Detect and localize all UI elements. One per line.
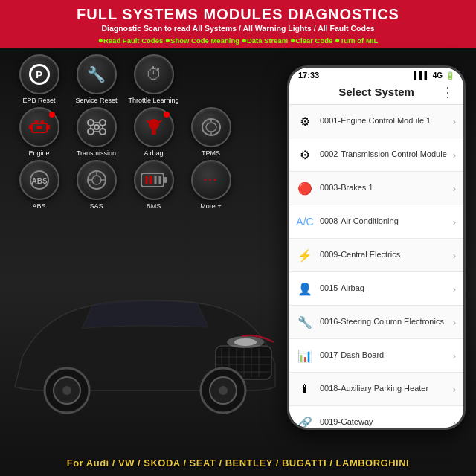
list-item-text-4: 0009-Central Electrics: [320, 250, 448, 260]
epb-reset-item[interactable]: P EPB Reset: [15, 54, 63, 104]
phone-header-title: Select System: [338, 86, 414, 98]
feature-3: Data Stream: [247, 36, 290, 45]
list-item-text-8: 0018-Auxiliary Parking Heater: [320, 384, 448, 394]
sas-icon: [86, 170, 108, 190]
phone-time: 17:33: [298, 71, 319, 80]
engine-alert-dot: [49, 112, 55, 118]
svg-text:ABS: ABS: [31, 177, 47, 185]
service-reset-label: Service Reset: [75, 97, 117, 104]
list-item[interactable]: A/C 0008-Air Conditioning ›: [289, 205, 463, 239]
list-item[interactable]: 📊 0017-Dash Board ›: [289, 339, 463, 373]
list-item[interactable]: 🔗 0019-Gateway ›: [289, 406, 463, 428]
phone-status-bar: 17:33 ▌▌▌ 4G 🔋: [289, 68, 463, 81]
svg-rect-21: [29, 125, 32, 129]
airbag-icon-circle: [134, 107, 174, 147]
phone-network: 4G: [433, 71, 443, 80]
list-item-icon-2: 🔴: [295, 178, 315, 198]
brand-footer-text: For Audi / VW / SKODA / SEAT / BENTLEY /…: [0, 457, 476, 469]
svg-point-27: [100, 129, 106, 135]
subtitle: Diagnostic Scan to read All Systems / Al…: [3, 24, 473, 33]
svg-point-24: [88, 120, 94, 126]
engine-icon: [29, 119, 50, 135]
airbag-icon: [144, 117, 164, 138]
list-item[interactable]: ⚙ 0001-Engine Control Module 1 ›: [289, 105, 463, 138]
list-item-icon-1: ⚙: [295, 145, 315, 164]
svg-point-33: [149, 119, 159, 129]
tpms-icon: [201, 118, 222, 137]
chevron-icon-4: ›: [453, 250, 456, 261]
list-item[interactable]: 🌡 0018-Auxiliary Parking Heater ›: [289, 373, 463, 406]
phone-signal: ▌▌▌: [414, 71, 429, 80]
feature-5: Turn of MIL: [340, 36, 378, 45]
svg-rect-23: [36, 126, 42, 129]
tpms-icon-circle: [191, 107, 231, 147]
list-item[interactable]: 🔧 0016-Steering Column Electronics ›: [289, 306, 463, 339]
bms-label: BMS: [147, 202, 161, 210]
chevron-icon-1: ›: [453, 149, 456, 161]
feature-2: Show Code Meaning: [170, 36, 242, 45]
feature-1: Read Fault Codes: [103, 36, 165, 45]
dot-3: ●: [242, 35, 247, 45]
phone-header: Select System ⋮: [289, 81, 463, 105]
sas-item[interactable]: SAS: [72, 160, 120, 210]
svg-rect-34: [152, 129, 156, 135]
list-item-text-3: 0008-Air Conditioning: [320, 216, 448, 227]
list-item-icon-0: ⚙: [295, 112, 315, 131]
service-reset-icon-circle: 🔧: [77, 54, 117, 94]
abs-item[interactable]: ABS ABS: [15, 160, 63, 210]
list-item-icon-9: 🔗: [295, 413, 315, 428]
service-reset-item[interactable]: 🔧 Service Reset: [72, 54, 120, 104]
svg-point-38: [206, 123, 216, 132]
bms-icon-circle: [134, 160, 174, 200]
phone-mockup: 17:33 ▌▌▌ 4G 🔋 Select System ⋮ ⚙ 0001-En…: [287, 65, 466, 430]
phone-battery: 🔋: [446, 71, 454, 80]
brand-footer: For Audi / VW / SKODA / SEAT / BENTLEY /…: [0, 457, 476, 469]
chevron-icon-0: ›: [453, 116, 456, 127]
more-label: More +: [200, 202, 221, 210]
list-item-icon-4: ⚡: [295, 245, 315, 265]
chevron-icon-8: ›: [453, 384, 456, 395]
list-item[interactable]: ⚙ 0002-Transmission Control Module ›: [289, 138, 463, 172]
throttle-learning-label: Throttle Learning: [128, 97, 178, 104]
svg-line-35: [147, 120, 149, 123]
airbag-item[interactable]: Airbag: [129, 107, 178, 157]
epb-reset-label: EPB Reset: [22, 97, 55, 104]
chevron-icon-2: ›: [453, 183, 456, 194]
throttle-learning-icon-circle: ⏱: [134, 54, 174, 94]
more-icon-circle: ···: [191, 160, 231, 200]
list-item[interactable]: 👤 0015-Airbag ›: [289, 272, 463, 306]
svg-rect-20: [41, 120, 44, 123]
epb-reset-icon-circle: P: [19, 54, 60, 94]
list-item-icon-5: 👤: [295, 279, 315, 298]
list-item-icon-8: 🌡: [295, 379, 315, 399]
engine-item[interactable]: Engine: [15, 107, 63, 157]
epb-icon: P: [29, 64, 50, 85]
list-item-text-7: 0017-Dash Board: [320, 350, 448, 361]
abs-icon-circle: ABS: [19, 160, 60, 200]
transmission-icon: [86, 118, 107, 136]
list-item-text-5: 0015-Airbag: [320, 283, 448, 294]
svg-point-26: [88, 129, 94, 135]
svg-line-36: [158, 120, 161, 123]
tpms-item[interactable]: TPMS: [187, 107, 235, 157]
list-item[interactable]: ⚡ 0009-Central Electrics ›: [289, 239, 463, 272]
list-item-text-1: 0002-Transmission Control Module: [320, 149, 448, 160]
main-title: FULL SYSTEMS MODULES DIAGNOSTICS: [3, 6, 473, 22]
header-section: FULL SYSTEMS MODULES DIAGNOSTICS Diagnos…: [0, 0, 476, 48]
list-item-text-6: 0016-Steering Column Electronics: [320, 317, 448, 327]
throttle-learning-item[interactable]: ⏱ Throttle Learning: [129, 54, 178, 104]
svg-rect-49: [164, 177, 167, 183]
dot-1: ●: [98, 35, 103, 45]
tpms-label: TPMS: [202, 149, 220, 157]
transmission-item[interactable]: Transmission: [72, 107, 120, 157]
list-item-icon-3: A/C: [295, 212, 315, 231]
svg-point-25: [100, 120, 106, 126]
list-item-icon-6: 🔧: [295, 312, 315, 332]
phone-settings-icon[interactable]: ⋮: [441, 84, 454, 100]
bms-item[interactable]: BMS: [129, 160, 178, 210]
more-item[interactable]: ··· More +: [187, 160, 235, 210]
abs-label: ABS: [32, 202, 45, 210]
throttle-icon: ⏱: [146, 65, 162, 84]
list-item[interactable]: 🔴 0003-Brakes 1 ›: [289, 172, 463, 205]
list-item-text-9: 0019-Gateway: [320, 417, 448, 428]
